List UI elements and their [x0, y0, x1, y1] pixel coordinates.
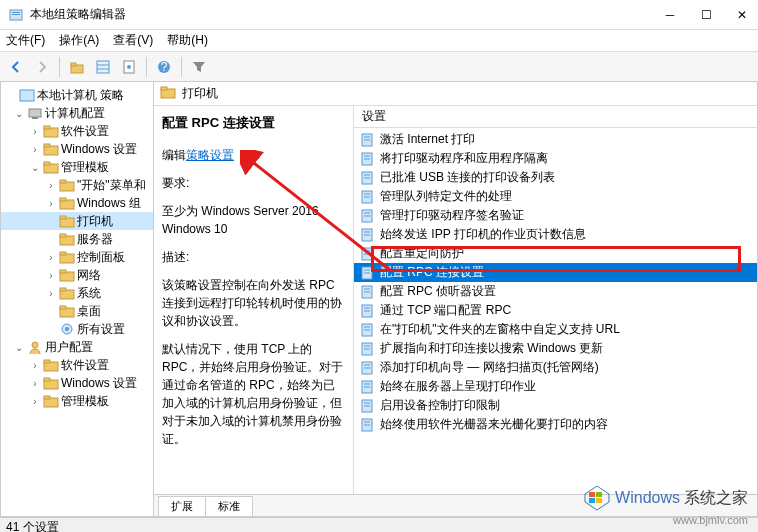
tree-system[interactable]: ›系统 — [1, 284, 153, 302]
list-item[interactable]: 配置 RPC 侦听器设置 — [354, 282, 757, 301]
policy-icon — [360, 228, 376, 242]
svg-rect-4 — [71, 63, 76, 66]
menu-view[interactable]: 查看(V) — [113, 32, 153, 49]
svg-rect-2 — [12, 14, 20, 15]
requirement-text: 至少为 Windows Server 2016、Windows 10 — [162, 202, 345, 238]
policy-icon — [360, 342, 376, 356]
policy-icon — [360, 304, 376, 318]
tree-admin-templates[interactable]: ⌄管理模板 — [1, 158, 153, 176]
list-item[interactable]: 已批准 USB 连接的打印设备列表 — [354, 168, 757, 187]
policy-icon — [360, 399, 376, 413]
tree-printers[interactable]: 打印机 — [1, 212, 153, 230]
folder-icon — [160, 85, 176, 102]
menu-action[interactable]: 操作(A) — [59, 32, 99, 49]
menu-file[interactable]: 文件(F) — [6, 32, 45, 49]
policy-icon — [360, 380, 376, 394]
requirement-label: 要求: — [162, 174, 345, 192]
list-item[interactable]: 配置重定向防护 — [354, 244, 757, 263]
list-item[interactable]: 管理打印驱动程序签名验证 — [354, 206, 757, 225]
content-panel: 打印机 配置 RPC 连接设置 编辑策略设置 要求: 至少为 Windows S… — [154, 82, 758, 517]
tree-control-panel[interactable]: ›控制面板 — [1, 248, 153, 266]
list-item[interactable]: 配置 RPC 连接设置 — [354, 263, 757, 282]
edit-policy-link[interactable]: 策略设置 — [186, 148, 234, 162]
tree-all-settings[interactable]: 所有设置 — [1, 320, 153, 338]
tree-root[interactable]: 本地计算机 策略 — [1, 86, 153, 104]
tree-windows-settings[interactable]: ›Windows 设置 — [1, 140, 153, 158]
svg-rect-43 — [44, 378, 50, 381]
list-item[interactable]: 始终使用软件光栅器来光栅化要打印的内容 — [354, 415, 757, 434]
description-label: 描述: — [162, 248, 345, 266]
list-item[interactable]: 将打印驱动程序和应用程序隔离 — [354, 149, 757, 168]
svg-rect-12 — [20, 90, 34, 101]
tab-standard[interactable]: 标准 — [205, 496, 253, 516]
list-item[interactable]: 扩展指向和打印连接以搜索 Windows 更新 — [354, 339, 757, 358]
close-button[interactable]: ✕ — [734, 7, 750, 23]
svg-rect-98 — [596, 492, 602, 497]
list-header[interactable]: 设置 — [354, 106, 757, 128]
status-bar: 41 个设置 — [0, 517, 758, 532]
svg-rect-28 — [60, 234, 66, 237]
list-item[interactable]: 管理队列特定文件的处理 — [354, 187, 757, 206]
svg-rect-100 — [596, 498, 602, 503]
list-item[interactable]: 始终发送 IPP 打印机的作业页计数信息 — [354, 225, 757, 244]
description-text: 该策略设置控制在向外发送 RPC 连接到远程打印轮转机时使用的协议和协议设置。 — [162, 276, 345, 330]
tree-servers[interactable]: 服务器 — [1, 230, 153, 248]
policy-icon — [360, 285, 376, 299]
maximize-button[interactable]: ☐ — [698, 7, 714, 23]
list-item[interactable]: 启用设备控制打印限制 — [354, 396, 757, 415]
policy-icon — [360, 209, 376, 223]
tree-desktop[interactable]: 桌面 — [1, 302, 153, 320]
settings-list: 设置 激活 Internet 打印将打印驱动程序和应用程序隔离已批准 USB 连… — [354, 106, 757, 494]
svg-rect-32 — [60, 270, 66, 273]
svg-rect-30 — [60, 252, 66, 255]
properties-button[interactable] — [117, 55, 141, 79]
svg-rect-16 — [44, 126, 50, 129]
menu-help[interactable]: 帮助(H) — [167, 32, 208, 49]
filter-button[interactable] — [187, 55, 211, 79]
tree-u-admin[interactable]: ›管理模板 — [1, 392, 153, 410]
setting-title: 配置 RPC 连接设置 — [162, 114, 345, 132]
tree-windows-components[interactable]: ›Windows 组 — [1, 194, 153, 212]
list-item[interactable]: 始终在服务器上呈现打印作业 — [354, 377, 757, 396]
svg-text:?: ? — [161, 60, 168, 74]
svg-rect-20 — [44, 162, 50, 165]
view-list-button[interactable] — [91, 55, 115, 79]
tab-extended[interactable]: 扩展 — [158, 496, 206, 516]
tree-u-windows[interactable]: ›Windows 设置 — [1, 374, 153, 392]
watermark-brand2: 系统之家 — [684, 488, 748, 509]
svg-point-38 — [65, 327, 69, 331]
policy-icon — [360, 190, 376, 204]
svg-point-39 — [32, 342, 38, 348]
tree-network[interactable]: ›网络 — [1, 266, 153, 284]
list-item[interactable]: 在"打印机"文件夹的左窗格中自定义支持 URL — [354, 320, 757, 339]
separator — [181, 57, 182, 77]
separator — [59, 57, 60, 77]
tree-computer-config[interactable]: ⌄计算机配置 — [1, 104, 153, 122]
tree-u-software[interactable]: ›软件设置 — [1, 356, 153, 374]
policy-icon — [360, 171, 376, 185]
list-item[interactable]: 激活 Internet 打印 — [354, 130, 757, 149]
tree-user-config[interactable]: ⌄用户配置 — [1, 338, 153, 356]
list-item[interactable]: 通过 TCP 端口配置 RPC — [354, 301, 757, 320]
watermark-url: www.bjmlv.com — [673, 514, 748, 526]
policy-icon — [360, 266, 376, 280]
tree-software-settings[interactable]: ›软件设置 — [1, 122, 153, 140]
tree-start-menu[interactable]: ›"开始"菜单和 — [1, 176, 153, 194]
svg-rect-24 — [60, 198, 66, 201]
up-button[interactable] — [65, 55, 89, 79]
policy-icon — [360, 361, 376, 375]
path-bar: 打印机 — [154, 82, 757, 106]
separator — [146, 57, 147, 77]
svg-rect-14 — [32, 117, 38, 119]
list-item[interactable]: 添加打印机向导 — 网络扫描页(托管网络) — [354, 358, 757, 377]
svg-rect-5 — [97, 61, 109, 73]
forward-button[interactable] — [30, 55, 54, 79]
menubar: 文件(F) 操作(A) 查看(V) 帮助(H) — [0, 30, 758, 52]
policy-icon — [360, 152, 376, 166]
svg-point-9 — [127, 65, 131, 69]
back-button[interactable] — [4, 55, 28, 79]
help-button[interactable]: ? — [152, 55, 176, 79]
svg-rect-34 — [60, 288, 66, 291]
path-current: 打印机 — [182, 85, 218, 102]
minimize-button[interactable]: ─ — [662, 7, 678, 23]
